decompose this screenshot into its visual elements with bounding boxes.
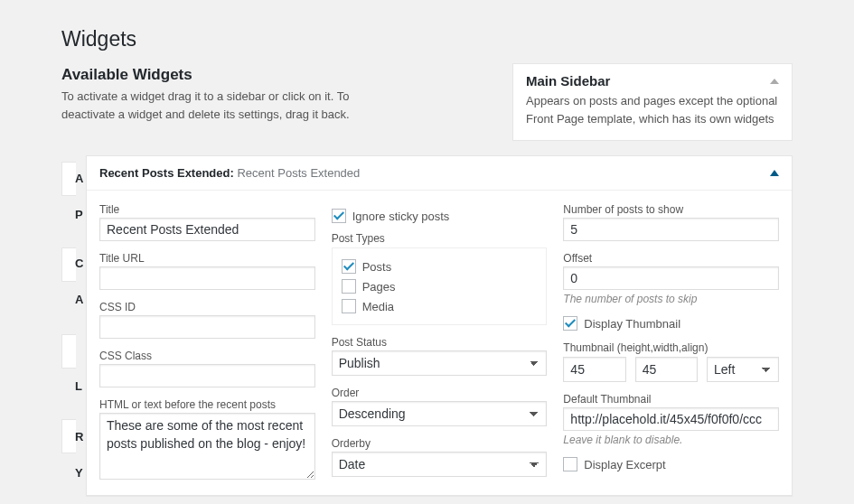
bg-letter: R (75, 430, 83, 443)
bg-widget-row (61, 334, 76, 369)
bg-widget-row (61, 247, 76, 282)
bg-letter: C (75, 257, 83, 270)
num-posts-label: Number of posts to show (563, 203, 779, 216)
bg-letter: Y (75, 466, 83, 480)
bg-letter: L (75, 379, 82, 393)
title-label: Title (99, 203, 315, 216)
title-url-input[interactable] (99, 266, 315, 290)
thumb-height-input[interactable] (563, 357, 625, 382)
offset-input[interactable] (563, 266, 779, 290)
main-sidebar-panel[interactable]: Main Sidebar Appears on posts and pages … (512, 63, 793, 141)
display-excerpt-checkbox[interactable] (563, 457, 577, 471)
widget-col-3: Number of posts to show Offset The numbe… (563, 203, 779, 482)
title-url-label: Title URL (99, 252, 315, 265)
post-type-pages-checkbox[interactable] (342, 279, 356, 294)
bg-letter: P (75, 208, 83, 221)
page-title: Widgets (0, 0, 854, 66)
widget-title: Recent Posts Extended: (99, 166, 234, 180)
bg-letter: A (75, 172, 83, 185)
collapse-icon[interactable] (770, 170, 779, 176)
collapse-icon[interactable] (770, 79, 779, 84)
display-thumb-label: Display Thumbnail (584, 317, 680, 331)
thumb-width-input[interactable] (635, 357, 698, 382)
bg-widget-row (61, 419, 76, 453)
default-thumb-input[interactable] (563, 407, 779, 431)
thumb-dims-label: Thumbnail (height,width,align) (563, 341, 779, 354)
title-input[interactable] (99, 218, 315, 241)
post-types-label: Post Types (332, 232, 548, 245)
bg-widget-row (61, 162, 76, 196)
widget-subtitle: Recent Posts Extended (237, 166, 360, 180)
css-id-label: CSS ID (99, 301, 315, 313)
post-type-pages-label: Pages (362, 280, 396, 294)
available-widgets-desc: To activate a widget drag it to a sideba… (0, 88, 380, 123)
html-before-label: HTML or text before the recent posts (99, 398, 315, 411)
orderby-label: Orderby (332, 437, 548, 450)
widget-col-1: Title Title URL CSS ID CSS Class HTML or… (99, 203, 315, 482)
post-status-select[interactable]: Publish (332, 350, 548, 376)
bg-letter: A (75, 293, 83, 306)
post-types-box: Posts Pages Media (332, 247, 548, 325)
widget-header[interactable]: Recent Posts Extended: Recent Posts Exte… (87, 156, 792, 191)
widget-col-2: Ignore sticky posts Post Types Posts Pag… (332, 203, 548, 482)
display-thumb-checkbox[interactable] (563, 316, 577, 331)
orderby-select[interactable]: Date (332, 452, 548, 477)
order-label: Order (332, 387, 548, 399)
order-select[interactable]: Descending (332, 401, 548, 426)
css-id-input[interactable] (99, 315, 315, 339)
post-type-posts-label: Posts (362, 260, 392, 274)
html-before-textarea[interactable]: These are some of the most recent posts … (99, 413, 315, 480)
post-status-label: Post Status (332, 336, 548, 349)
ignore-sticky-label: Ignore sticky posts (352, 210, 450, 223)
post-type-posts-checkbox[interactable] (342, 259, 356, 274)
display-excerpt-label: Display Excerpt (584, 458, 665, 471)
default-thumb-label: Default Thumbnail (563, 393, 779, 406)
default-thumb-help: Leave it blank to disable. (563, 434, 779, 446)
sidebar-title: Main Sidebar (526, 73, 610, 89)
sidebar-desc: Appears on posts and pages except the op… (526, 92, 779, 127)
post-type-media-checkbox[interactable] (342, 299, 356, 313)
offset-label: Offset (563, 252, 779, 265)
thumb-align-select[interactable]: Left (707, 357, 779, 382)
offset-help: The number of posts to skip (563, 293, 779, 305)
widget-recent-posts-extended: Recent Posts Extended: Recent Posts Exte… (86, 155, 793, 496)
ignore-sticky-checkbox[interactable] (332, 209, 346, 223)
post-type-media-label: Media (362, 300, 394, 313)
css-class-input[interactable] (99, 364, 315, 387)
num-posts-input[interactable] (563, 218, 779, 241)
css-class-label: CSS Class (99, 350, 315, 362)
